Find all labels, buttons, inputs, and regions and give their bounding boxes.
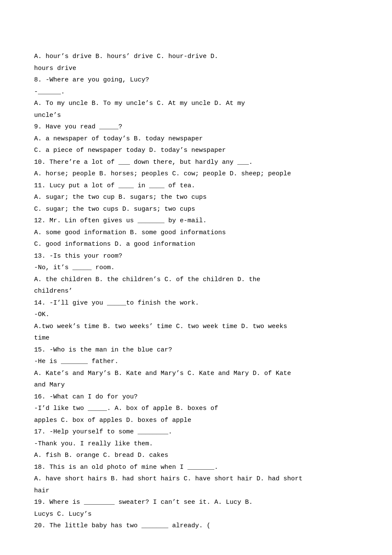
line-40: 20. The little baby has two _______ alre… xyxy=(34,520,366,532)
line-29: 16. -What can I do for you? xyxy=(34,392,366,403)
line-34: A. fish B. orange C. bread D. cakes xyxy=(34,450,366,461)
line-15: A. some good information B. some good in… xyxy=(34,227,366,238)
line-21: 14. -I’ll give you _____to finish the wo… xyxy=(34,298,366,309)
line-33: -Thank you. I really like them. xyxy=(34,439,366,450)
line-19: A. the children B. the children’s C. of … xyxy=(34,274,366,285)
line-25: 15. -Who is the man in the blue car? xyxy=(34,345,366,356)
line-10: A. horse; people B. horses; peoples C. c… xyxy=(34,169,366,180)
line-36: A. have short hairs B. had short hairs C… xyxy=(34,474,366,485)
line-18: -No, it’s _____ room. xyxy=(34,262,366,273)
main-content: A. hour’s drive B. hours’ drive C. hour-… xyxy=(34,51,366,532)
line-35: 18. This is an old photo of mine when I … xyxy=(34,462,366,473)
line-39: Lucys C. Lucy’s xyxy=(34,509,366,520)
line-27: A. Kate’s and Mary’s B. Kate and Mary’s … xyxy=(34,368,366,379)
line-22: -OK. xyxy=(34,309,366,320)
line-12: A. sugar; the two cup B. sugars; the two… xyxy=(34,192,366,203)
line-26: -He is _______ father. xyxy=(34,356,366,367)
line-11: 11. Lucy put a lot of ____ in ____ of te… xyxy=(34,180,366,192)
line-14: 12. Mr. Lin often gives us _______ by e-… xyxy=(34,215,366,227)
line-16: C. good informations D. a good informati… xyxy=(34,239,366,250)
line-24: time xyxy=(34,333,366,344)
line-17: 13. -Is this your room? xyxy=(34,251,366,262)
line-7: A. a newspaper of today’s B. today newsp… xyxy=(34,134,366,145)
line-5: uncle’s xyxy=(34,110,366,121)
line-38: 19. Where is ________ sweater? I can’t s… xyxy=(34,497,366,508)
line-1: hours drive xyxy=(34,63,366,74)
line-4: A. To my uncle B. To my uncle’s C. At my… xyxy=(34,98,366,109)
line-20: childrens’ xyxy=(34,286,366,297)
line-3: -______. xyxy=(34,87,366,98)
line-0: A. hour’s drive B. hours’ drive C. hour-… xyxy=(34,51,366,62)
line-2: 8. -Where are you going, Lucy? xyxy=(34,75,366,86)
line-6: 9. Have you read _____? xyxy=(34,122,366,133)
line-32: 17. -Help yourself to some ________. xyxy=(34,427,366,438)
line-30: -I’d like two _____. A. box of apple B. … xyxy=(34,403,366,414)
line-28: and Mary xyxy=(34,380,366,391)
line-13: C. sugar; the two cups D. sugars; two cu… xyxy=(34,204,366,215)
line-9: 10. There’re a lot of ___ down there, bu… xyxy=(34,157,366,168)
line-31: apples C. box of apples D. boxes of appl… xyxy=(34,415,366,426)
line-23: A.two week’s time B. two weeks’ time C. … xyxy=(34,321,366,332)
line-8: C. a piece of newspaper today D. today’s… xyxy=(34,145,366,156)
line-37: hair xyxy=(34,485,366,497)
